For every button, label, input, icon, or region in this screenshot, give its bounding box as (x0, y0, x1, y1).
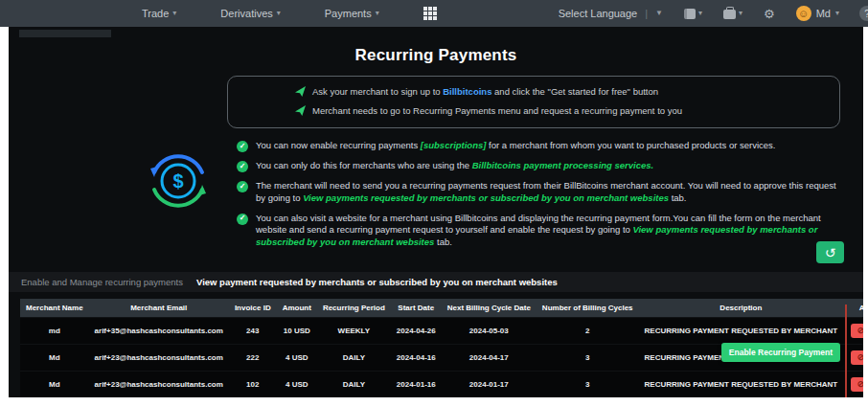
cell-merchant-email: arif+35@hashcashconsultants.com (89, 317, 229, 344)
chevron-down-icon: ▾ (698, 10, 702, 17)
check-icon: ✓ (237, 181, 248, 192)
cell-invoice-id: 222 (229, 344, 277, 371)
cancel-payment-button[interactable]: ⊘ (851, 377, 863, 392)
dollar-glyph: $ (172, 170, 183, 192)
recurring-dollar-icon: $ (141, 144, 216, 218)
bullet-list: ✓You can now enable recurring payments [… (237, 140, 842, 249)
chevron-down-icon: ▾ (277, 10, 281, 17)
tab-bar: Enable and Manage recurring payments Vie… (9, 272, 863, 292)
col-amount: Amount (277, 299, 317, 317)
instruction-box: Ask your merchant to sign up to Billbitc… (227, 76, 840, 128)
instruction-text: Ask your merchant to sign up to Billbitc… (312, 86, 658, 97)
cell-recurring-period: DAILY (317, 344, 391, 371)
table-row: md arif+35@hashcashconsultants.com 243 1… (20, 317, 863, 344)
col-description: Description (639, 299, 844, 317)
cell-invoice-id: 102 (229, 371, 277, 397)
text-segment: View payments requested by merchants or … (303, 192, 669, 203)
chevron-down-icon: ▾ (376, 10, 379, 17)
main-panel: Recurring Payments Ask your merchant to … (9, 27, 863, 397)
nav-trade-label: Trade (142, 8, 169, 19)
enable-tooltip: Enable Recurring Payment (721, 343, 840, 362)
cancel-payment-button[interactable]: ⊘ (851, 350, 863, 365)
tab-enable-manage[interactable]: Enable and Manage recurring payments (21, 277, 183, 287)
text-segment: [subscriptions] (421, 140, 487, 150)
text-segment: tab. (434, 237, 452, 247)
cell-start-date: 2024-01-16 (391, 371, 442, 397)
portfolio-menu[interactable]: ▾ (723, 8, 742, 19)
cell-start-date: 2024-04-16 (391, 344, 442, 371)
col-recurring-period: Recurring Period (317, 299, 391, 317)
briefcase-icon (723, 10, 736, 19)
col-invoice-id: Invoice ID (229, 299, 277, 317)
instruction-line: Ask your merchant to sign up to Billbitc… (295, 86, 830, 97)
cancel-payment-button[interactable]: ⊘ (851, 324, 863, 338)
red-edge-line (845, 304, 847, 397)
cell-merchant-name: Md (20, 371, 89, 397)
col-start-date: Start Date (391, 299, 442, 317)
bullet-item: ✓The merchant will need to send you a re… (237, 180, 842, 205)
cell-billing-cycles: 2 (537, 317, 639, 344)
bullet-text: You can only do this for merchants who a… (256, 160, 653, 172)
text-segment: You can only do this for merchants who a… (256, 160, 472, 170)
ledger-menu[interactable]: ▾ (684, 9, 702, 19)
cell-recurring-period: WEEKLY (317, 317, 391, 344)
cell-next-billing-date: 2024-04-17 (442, 344, 537, 371)
check-icon: ✓ (237, 214, 248, 225)
user-menu[interactable]: ☺ Md ▾ (796, 6, 839, 21)
nav-derivatives-label: Derivatives (220, 8, 272, 19)
gear-icon[interactable]: ⚙ (764, 7, 775, 21)
text-segment: Billbitcoins payment processing services… (472, 160, 654, 170)
cell-start-date: 2024-04-26 (391, 317, 442, 344)
cell-invoice-id: 243 (229, 317, 277, 344)
chevron-down-icon: ▾ (739, 10, 742, 17)
text-segment: and click the "Get started for free" but… (491, 86, 658, 97)
inline-link[interactable]: Billbitcoins (443, 86, 491, 97)
language-label: Select Language (559, 8, 638, 19)
instruction-line: Merchant needs to go to Recurring Paymen… (295, 105, 830, 116)
paper-plane-icon (295, 86, 306, 97)
cell-merchant-email: arif+23@hashcashconsultants.com (89, 344, 229, 371)
cell-merchant-name: Md (20, 344, 89, 371)
cell-next-billing-date: 2024-01-17 (442, 371, 537, 397)
bullet-item: ✓You can also visit a website for a merc… (237, 213, 842, 249)
cell-amount: 4 USD (277, 344, 317, 371)
apps-grid-icon[interactable] (423, 7, 437, 20)
cell-next-billing-date: 2024-05-03 (442, 317, 537, 344)
col-merchant-name: Merchant Name (20, 299, 89, 317)
language-selector[interactable]: Select Language | ▼ (559, 8, 663, 19)
text-segment: tab. (669, 192, 687, 203)
bullet-item: ✓You can only do this for merchants who … (237, 160, 842, 172)
help-icon[interactable]: ? (859, 6, 868, 21)
user-name: Md (816, 8, 831, 19)
hero-section: $ ✓You can now enable recurring payments… (9, 140, 863, 249)
cell-description: RECURRING PAYMENT REQUESTED BY MERCHANT (639, 371, 844, 397)
nav-menu-group: Trade ▾ Derivatives ▾ Payments ▾ (142, 7, 437, 20)
ledger-icon (684, 9, 696, 19)
payments-table-wrap: Merchant Name Merchant Email Invoice ID … (20, 299, 848, 397)
text-segment: for a merchant from whom you want to pur… (486, 140, 775, 150)
col-merchant-email: Merchant Email (89, 299, 229, 317)
paper-plane-icon (295, 105, 306, 116)
bullet-text: The merchant will need to send you a rec… (256, 180, 842, 205)
cell-description: RECURRING PAYMENT REQUESTED BY MERCHANT (639, 317, 844, 344)
check-icon: ✓ (237, 141, 248, 152)
cell-billing-cycles: 3 (537, 371, 639, 397)
check-icon: ✓ (237, 161, 248, 172)
avatar: ☺ (796, 6, 811, 21)
chevron-down-icon: ▾ (835, 10, 839, 17)
cell-recurring-period: DAILY (317, 371, 391, 397)
nav-trade[interactable]: Trade ▾ (142, 8, 176, 19)
nav-payments-label: Payments (325, 8, 372, 19)
refresh-button[interactable]: ↺ (816, 241, 844, 263)
table-row: Md arif+23@hashcashconsultants.com 102 4… (20, 371, 863, 397)
text-segment: Merchant needs to go to Recurring Paymen… (312, 105, 682, 116)
bullet-text: You can also visit a website for a merch… (256, 213, 842, 249)
col-next-billing-date: Next Billing Cycle Date (442, 299, 537, 317)
cell-billing-cycles: 3 (537, 344, 639, 371)
cell-amount: 10 USD (277, 317, 317, 344)
tab-view-requested[interactable]: View payment requested by merchants or s… (196, 277, 558, 287)
text-segment: You can now enable recurring payments (256, 140, 421, 150)
nav-derivatives[interactable]: Derivatives ▾ (220, 8, 280, 19)
nav-payments[interactable]: Payments ▾ (325, 8, 379, 19)
col-billing-cycles: Number of Billing Cycles (537, 299, 639, 317)
